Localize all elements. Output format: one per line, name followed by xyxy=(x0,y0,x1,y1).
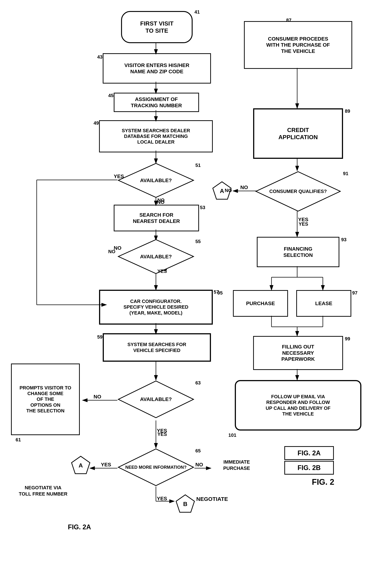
ref-63: 63 xyxy=(195,380,201,386)
ref-45: 45 xyxy=(108,93,113,98)
ref-49: 49 xyxy=(94,120,99,126)
node-93: FINANCING SELECTION xyxy=(257,237,339,267)
ref-95: 95 xyxy=(217,290,223,296)
node-41: FIRST VISIT TO SITE xyxy=(121,11,193,43)
ref-61: 61 xyxy=(15,437,21,443)
ref-101: 101 xyxy=(228,432,236,438)
node-101: FOLLOW UP EMAIL VIA RESPONDER AND FOLLOW… xyxy=(235,380,361,431)
ref-53: 53 xyxy=(200,205,205,210)
ref-89: 89 xyxy=(345,108,350,114)
flowchart-diagram: YES NO NO YES NO YES YES NO YES xyxy=(0,0,392,571)
pentagon-A1: A xyxy=(71,455,91,476)
negotiate-toll-free: NEGOTIATE VIA TOLL FREE NUMBER xyxy=(11,485,75,497)
node-57: CAR CONFIGURATOR. SPECIFY VEHICLE DESIRE… xyxy=(99,290,213,325)
node-63: AVAILABLE? xyxy=(117,380,195,419)
node-43: VISITOR ENTERS HIS/HER NAME AND ZIP CODE xyxy=(103,53,211,84)
node-45: ASSIGNMENT OF TRACKING NUMBER xyxy=(114,93,199,112)
svg-text:YES: YES xyxy=(157,496,167,501)
negotiate-label: NEGOTIATE xyxy=(196,496,228,502)
ref-41: 41 xyxy=(195,9,200,15)
label-n55-yes: YES xyxy=(157,268,167,274)
node-65: NEED MORE INFORMATION? xyxy=(117,448,195,486)
immediate-purchase: IMMEDIATE PURCHASE xyxy=(211,459,262,471)
label-n51-no: NO xyxy=(157,197,165,203)
node-97: LEASE xyxy=(296,290,351,317)
ref-65: 65 xyxy=(195,448,201,454)
ref-97: 97 xyxy=(352,290,358,296)
svg-text:NO: NO xyxy=(240,185,248,190)
node-49: SYSTEM SEARCHES DEALER DATABASE FOR MATC… xyxy=(99,120,213,152)
node-91: CONSUMER QUALIFIES? xyxy=(255,171,341,212)
pentagon-B: B xyxy=(175,494,195,514)
node-55: AVAILABLE? xyxy=(117,239,195,275)
ref-93: 93 xyxy=(341,237,347,243)
node-87: CONSUMER PROCEDES WITH THE PURCHASE OF T… xyxy=(244,21,352,69)
label-n91-no: NO xyxy=(225,188,232,193)
node-59: SYSTEM SEARCHES FOR VEHICLE SPECIFIED xyxy=(103,333,211,362)
node-99: FILLING OUT NECESSARY PAPERWORK xyxy=(253,336,343,370)
fig-2a-box: FIG. 2A xyxy=(284,446,334,460)
ref-91: 91 xyxy=(343,171,348,176)
fig-2b-box: FIG. 2B xyxy=(284,461,334,475)
ref-51: 51 xyxy=(195,162,201,168)
node-95: PURCHASE xyxy=(233,290,288,317)
node-51: AVAILABLE? xyxy=(117,162,195,198)
node-89: CREDIT APPLICATION xyxy=(253,108,343,159)
label-n55-no: NO xyxy=(108,249,115,254)
svg-text:YES: YES xyxy=(101,462,111,468)
ref-55: 55 xyxy=(195,239,201,244)
ref-99: 99 xyxy=(345,336,350,342)
label-n63-yes: YES xyxy=(157,431,167,437)
node-53: SEARCH FOR NEAREST DEALER xyxy=(114,205,199,231)
fig-2a-label: FIG. 2A xyxy=(68,523,91,531)
ref-59: 59 xyxy=(97,334,102,340)
ref-87: 87 xyxy=(286,17,292,23)
svg-text:NO: NO xyxy=(195,462,203,468)
node-61: PROMPTS VISITOR TO CHANGE SOME OF THE OP… xyxy=(11,364,80,435)
fig-2-label: FIG. 2 xyxy=(312,477,334,486)
label-n91-yes: YES xyxy=(299,221,308,227)
svg-text:NO: NO xyxy=(94,394,101,399)
ref-43: 43 xyxy=(97,54,102,60)
